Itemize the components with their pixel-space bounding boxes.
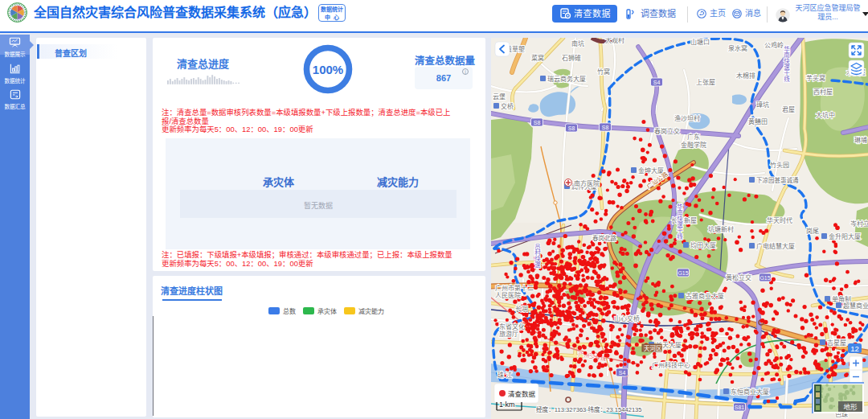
svg-text:12: 12 [850, 344, 859, 353]
svg-text:泉水窝: 泉水窝 [728, 44, 747, 52]
svg-text:东省文化: 东省文化 [499, 322, 525, 331]
svg-text:春岗立交: 春岗立交 [654, 127, 680, 135]
svg-text:大坑中: 大坑中 [816, 111, 835, 119]
svg-text:1 km: 1 km [499, 401, 515, 409]
svg-text:石狮碓: 石狮碓 [562, 54, 581, 62]
svg-text:木棉排: 木棉排 [736, 72, 755, 80]
svg-text:天河区: 天河区 [644, 345, 662, 352]
svg-text:西村屋: 西村屋 [813, 88, 833, 96]
svg-text:金升阳大厦: 金升阳大厦 [829, 232, 861, 240]
svg-text:琳埔: 琳埔 [854, 136, 867, 144]
svg-text:S8: S8 [568, 125, 575, 131]
svg-text:岑村立交: 岑村立交 [850, 220, 868, 228]
svg-text:广东: 广东 [687, 133, 700, 141]
svg-text:菜窝: 菜窝 [531, 54, 544, 62]
svg-text:S8: S8 [602, 125, 609, 130]
svg-text:S81: S81 [735, 405, 745, 410]
svg-text:珠 江: 珠 江 [497, 371, 512, 379]
svg-text:S4: S4 [653, 80, 661, 85]
svg-text:南方医院: 南方医院 [574, 179, 600, 187]
svg-text:华南快速干线: 华南快速干线 [676, 203, 683, 240]
svg-text:坑塘新村: 坑塘新村 [708, 225, 734, 233]
svg-text:岗尾: 岗尾 [806, 228, 819, 235]
svg-text:云堡: 云堡 [493, 92, 506, 101]
svg-text:山心交桥: 山心交桥 [614, 314, 640, 322]
svg-text:大观村: 大观村 [605, 38, 624, 44]
svg-text:旅游厅: 旅游厅 [499, 330, 518, 338]
svg-text:南坑: 南坑 [571, 39, 584, 47]
svg-text:地形: 地形 [843, 403, 858, 411]
svg-text:君屋: 君屋 [782, 106, 795, 113]
svg-text:清查数据: 清查数据 [508, 390, 536, 398]
svg-text:人民医院: 人民医院 [495, 291, 521, 299]
svg-text:古雅商业大厦: 古雅商业大厦 [686, 292, 724, 300]
svg-text:东恒商业大厦: 东恒商业大厦 [731, 388, 769, 396]
svg-text:公鸡岭: 公鸡岭 [764, 41, 784, 49]
svg-text:竹头园: 竹头园 [770, 161, 789, 169]
svg-text:均田大厦: 均田大厦 [690, 241, 716, 249]
svg-text:经度：113.327363 纬度：23.15442135: 经度：113.327363 纬度：23.15442135 [536, 405, 642, 413]
svg-text:春岗北路: 春岗北路 [592, 234, 616, 242]
svg-text:S8: S8 [534, 120, 541, 125]
svg-text:G15: G15 [678, 270, 688, 276]
svg-text:华天时代: 华天时代 [767, 216, 792, 224]
svg-text:交桥: 交桥 [501, 102, 514, 110]
svg-text:竹窝: 竹窝 [597, 68, 610, 76]
svg-text:吉星屋: 吉星屋 [827, 339, 846, 347]
svg-text:下凉园甚惠诚通: 下凉园甚惠诚通 [756, 176, 799, 184]
svg-text:渔沙坦村: 渔沙坦村 [674, 114, 700, 122]
svg-text:员村快速: 员村快速 [534, 244, 541, 269]
svg-text:S4: S4 [619, 370, 626, 376]
svg-text:芋头窝: 芋头窝 [806, 74, 825, 82]
svg-text:上张屋: 上张屋 [696, 79, 715, 86]
svg-text:超慧商业大: 超慧商业大 [843, 302, 868, 310]
svg-text:广州科技中心: 广州科技中心 [652, 361, 690, 369]
svg-text:广电结慧大厦: 广电结慧大厦 [756, 242, 795, 250]
svg-text:璋坑: 璋坑 [756, 101, 769, 109]
svg-text:瑞云商务大厦: 瑞云商务大厦 [547, 75, 586, 83]
svg-text:广州市第十二: 广州市第十二 [495, 284, 534, 292]
svg-text:G15: G15 [760, 275, 770, 281]
svg-text:长凅: 长凅 [515, 305, 528, 313]
svg-text:金融学院: 金融学院 [681, 141, 706, 149]
svg-text:黄松立交: 黄松立交 [726, 273, 751, 281]
svg-text:山塘口: 山塘口 [690, 38, 710, 46]
svg-text:华南快速干线: 华南快速干线 [783, 45, 790, 83]
svg-text:黄鳝田: 黄鳝田 [748, 117, 768, 125]
